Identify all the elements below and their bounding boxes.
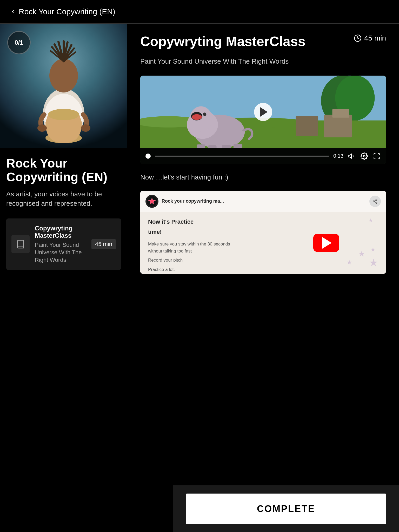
svg-point-42 bbox=[373, 201, 375, 202]
practice-subtitle: time! bbox=[148, 227, 236, 236]
star-decoration-2: ★ bbox=[358, 249, 365, 258]
clock-icon bbox=[354, 34, 362, 42]
svg-rect-33 bbox=[197, 144, 205, 148]
complete-button[interactable]: COMPLETE bbox=[186, 494, 386, 524]
practice-instruction-2: Practice a lot. bbox=[148, 266, 236, 273]
volume-icon bbox=[348, 152, 355, 160]
left-panel: 0/1 Rock Your Copywriting (EN) As artist… bbox=[0, 24, 127, 278]
svg-point-15 bbox=[37, 124, 47, 132]
right-panel: Copywryting MasterClass 45 min Paint You… bbox=[127, 24, 399, 326]
youtube-content-area: Now it's Practice time! Make sure you st… bbox=[140, 212, 386, 274]
star-decoration-4: ★ bbox=[370, 246, 376, 253]
star-decoration-1: ★ bbox=[369, 257, 378, 269]
svg-point-14 bbox=[48, 109, 79, 120]
app-header: Rock Your Copywriting (EN) bbox=[0, 0, 399, 24]
progress-bar[interactable] bbox=[155, 156, 329, 157]
fullscreen-button[interactable] bbox=[373, 152, 381, 160]
time-display: 0:13 bbox=[333, 153, 343, 159]
youtube-text-content: Now it's Practice time! Make sure you st… bbox=[148, 217, 236, 273]
svg-rect-26 bbox=[296, 116, 318, 136]
youtube-embed[interactable]: Rock your copywriting ma... bbox=[140, 191, 386, 274]
play-button[interactable] bbox=[254, 103, 272, 121]
video-scene bbox=[140, 76, 386, 148]
share-icon bbox=[373, 199, 378, 204]
lesson-card-subtitle: Paint Your Sound Universe With The Right… bbox=[35, 241, 86, 264]
lesson-details: Copywryting MasterClass Paint Your Sound… bbox=[35, 225, 86, 264]
video-player[interactable]: 0:13 bbox=[140, 76, 386, 164]
svg-point-38 bbox=[363, 155, 365, 157]
progress-text: 0/1 bbox=[15, 39, 23, 46]
svg-line-45 bbox=[374, 200, 376, 201]
practice-title: Now it's Practice bbox=[148, 217, 236, 226]
star-decoration-5: ★ bbox=[368, 217, 373, 223]
youtube-play-container[interactable] bbox=[313, 234, 339, 252]
duration-right: 45 min bbox=[354, 34, 386, 42]
svg-point-31 bbox=[192, 114, 202, 120]
duration-label: 45 min bbox=[364, 34, 386, 42]
youtube-inner: Rock your copywriting ma... bbox=[140, 191, 386, 274]
settings-icon bbox=[361, 152, 368, 160]
course-description-left: As artist, your voices have to be recogn… bbox=[6, 189, 121, 208]
svg-point-16 bbox=[81, 124, 90, 132]
svg-point-32 bbox=[203, 112, 206, 116]
channel-label: Rock your copywriting ma... bbox=[162, 198, 224, 204]
svg-rect-35 bbox=[222, 145, 231, 148]
video-controls: 0:13 bbox=[140, 148, 386, 164]
course-title-left: Rock Your Copywriting (EN) bbox=[6, 157, 121, 184]
settings-button[interactable] bbox=[360, 152, 368, 160]
youtube-share-button[interactable] bbox=[369, 196, 381, 207]
lesson-header: Copywryting MasterClass 45 min bbox=[140, 34, 386, 49]
volume-button[interactable] bbox=[348, 152, 356, 160]
playhead-indicator bbox=[145, 154, 151, 159]
back-arrow-icon bbox=[10, 9, 16, 14]
lesson-title-right: Copywryting MasterClass bbox=[140, 34, 305, 49]
youtube-avatar bbox=[145, 195, 158, 208]
record-instruction: Record your pitch bbox=[148, 257, 236, 264]
play-icon bbox=[260, 107, 268, 117]
main-content: 0/1 Rock Your Copywriting (EN) As artist… bbox=[0, 24, 399, 326]
fun-text: Now …let's start having fun :) bbox=[140, 173, 386, 181]
svg-marker-37 bbox=[349, 154, 351, 158]
channel-logo bbox=[147, 196, 157, 207]
lesson-card-title: Copywryting MasterClass bbox=[35, 225, 86, 239]
header-title: Rock Your Copywriting (EN) bbox=[19, 7, 115, 16]
svg-line-44 bbox=[374, 202, 376, 202]
star-decoration-3: ★ bbox=[347, 259, 352, 266]
bottom-spacer bbox=[140, 274, 386, 315]
youtube-top-bar: Rock your copywriting ma... bbox=[140, 191, 386, 212]
back-button[interactable]: Rock Your Copywriting (EN) bbox=[10, 7, 115, 16]
svg-point-43 bbox=[376, 202, 377, 203]
lesson-card-duration: 45 min bbox=[91, 239, 116, 249]
svg-point-3 bbox=[49, 59, 78, 92]
fullscreen-icon bbox=[373, 152, 380, 160]
course-image: 0/1 bbox=[0, 24, 127, 148]
lesson-icon bbox=[11, 235, 30, 253]
lesson-subtitle-right: Paint Your Sound Universe With The Right… bbox=[140, 57, 386, 66]
svg-point-41 bbox=[376, 199, 377, 200]
svg-rect-36 bbox=[234, 144, 242, 148]
svg-rect-34 bbox=[208, 145, 217, 148]
youtube-channel-name: Rock your copywriting ma... bbox=[162, 198, 224, 204]
svg-rect-25 bbox=[332, 109, 349, 118]
youtube-play-button[interactable] bbox=[313, 234, 339, 252]
book-icon bbox=[16, 240, 25, 249]
youtube-channel-info: Rock your copywriting ma... bbox=[145, 195, 224, 208]
lesson-card[interactable]: Copywryting MasterClass Paint Your Sound… bbox=[6, 218, 121, 270]
complete-button-container: COMPLETE bbox=[173, 486, 399, 532]
youtube-play-icon bbox=[322, 237, 332, 249]
course-info-left: Rock Your Copywriting (EN) As artist, yo… bbox=[0, 148, 127, 278]
practice-instruction: Make sure you stay within the 30 seconds… bbox=[148, 241, 236, 255]
svg-rect-24 bbox=[324, 115, 352, 137]
progress-indicator: 0/1 bbox=[7, 31, 31, 54]
